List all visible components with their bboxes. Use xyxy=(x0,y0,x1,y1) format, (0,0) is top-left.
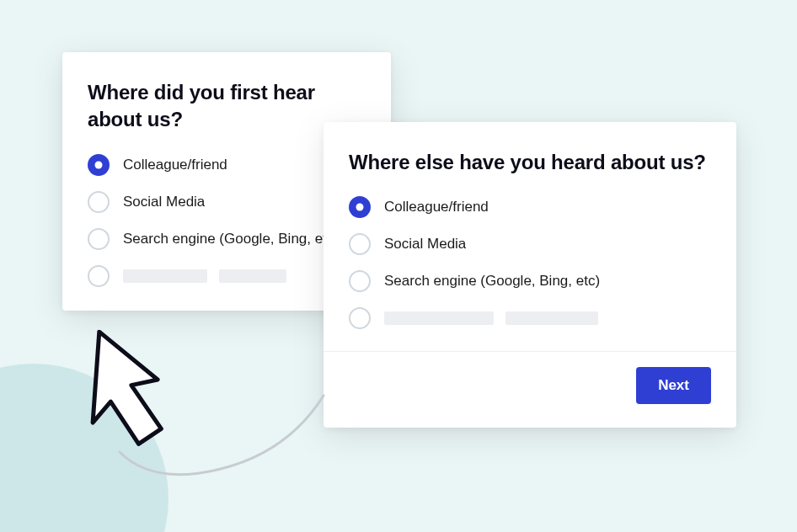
placeholder-bar xyxy=(505,311,598,325)
question-title: Where else have you heard about us? xyxy=(349,149,711,176)
option-label: Social Media xyxy=(384,236,466,253)
placeholder-bar xyxy=(384,311,494,325)
option-search-engine[interactable]: Search engine (Google, Bing, etc) xyxy=(349,270,711,292)
placeholder-bar xyxy=(219,269,286,283)
radio-icon[interactable] xyxy=(88,228,110,250)
survey-card-else-hear: Where else have you heard about us? Coll… xyxy=(324,122,736,428)
placeholder-bar xyxy=(123,269,207,283)
radio-icon[interactable] xyxy=(88,191,110,213)
option-colleague-friend[interactable]: Colleague/friend xyxy=(349,196,711,218)
option-label: Search engine (Google, Bing, etc) xyxy=(384,273,600,290)
radio-icon[interactable] xyxy=(349,270,371,292)
option-other-placeholder[interactable] xyxy=(349,307,711,329)
option-social-media[interactable]: Social Media xyxy=(349,233,711,255)
placeholder-blocks xyxy=(384,311,598,325)
option-label: Colleague/friend xyxy=(384,199,489,215)
radio-icon[interactable] xyxy=(88,265,110,287)
background-blob xyxy=(0,364,168,532)
option-label: Colleague/friend xyxy=(123,157,227,173)
options-list: Colleague/friend Social Media Search eng… xyxy=(349,196,711,329)
radio-icon[interactable] xyxy=(349,307,371,329)
option-label: Social Media xyxy=(123,194,205,210)
option-label: Search engine (Google, Bing, etc) xyxy=(123,231,339,247)
radio-icon[interactable] xyxy=(88,154,110,176)
radio-icon[interactable] xyxy=(349,196,371,218)
card-footer: Next xyxy=(349,352,711,404)
radio-icon[interactable] xyxy=(349,233,371,255)
next-button[interactable]: Next xyxy=(636,367,711,404)
placeholder-blocks xyxy=(123,269,286,283)
